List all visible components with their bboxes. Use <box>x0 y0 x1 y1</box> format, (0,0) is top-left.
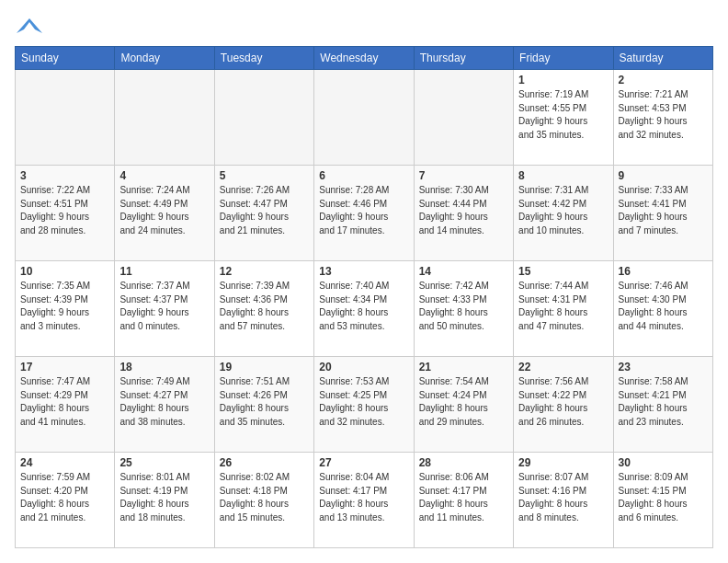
calendar-week-row: 24Sunrise: 7:59 AM Sunset: 4:20 PM Dayli… <box>16 453 713 548</box>
calendar-cell: 17Sunrise: 7:47 AM Sunset: 4:29 PM Dayli… <box>16 357 115 453</box>
calendar-cell: 23Sunrise: 7:58 AM Sunset: 4:21 PM Dayli… <box>613 357 712 453</box>
calendar-week-row: 17Sunrise: 7:47 AM Sunset: 4:29 PM Dayli… <box>16 357 713 453</box>
day-info: Sunrise: 7:53 AM Sunset: 4:25 PM Dayligh… <box>319 375 408 429</box>
calendar-cell: 13Sunrise: 7:40 AM Sunset: 4:34 PM Dayli… <box>314 261 414 357</box>
calendar-cell <box>16 70 115 166</box>
day-number: 29 <box>518 456 608 469</box>
day-number: 9 <box>619 169 708 182</box>
day-info: Sunrise: 8:07 AM Sunset: 4:16 PM Dayligh… <box>518 471 608 524</box>
day-number: 13 <box>319 265 408 278</box>
day-number: 11 <box>119 265 209 278</box>
calendar-cell: 24Sunrise: 7:59 AM Sunset: 4:20 PM Dayli… <box>16 453 115 548</box>
calendar-cell: 8Sunrise: 7:31 AM Sunset: 4:42 PM Daylig… <box>514 166 613 261</box>
calendar-cell: 14Sunrise: 7:42 AM Sunset: 4:33 PM Dayli… <box>414 261 513 357</box>
column-header-thursday: Thursday <box>414 47 513 70</box>
header <box>15 15 713 37</box>
calendar-header-row: SundayMondayTuesdayWednesdayThursdayFrid… <box>16 47 713 70</box>
calendar-cell: 26Sunrise: 8:02 AM Sunset: 4:18 PM Dayli… <box>214 453 313 548</box>
day-number: 30 <box>619 456 708 469</box>
calendar-cell: 2Sunrise: 7:21 AM Sunset: 4:53 PM Daylig… <box>613 70 712 166</box>
day-number: 22 <box>518 361 608 373</box>
day-info: Sunrise: 7:51 AM Sunset: 4:26 PM Dayligh… <box>220 375 309 429</box>
calendar-cell: 16Sunrise: 7:46 AM Sunset: 4:30 PM Dayli… <box>613 261 712 357</box>
calendar-cell: 18Sunrise: 7:49 AM Sunset: 4:27 PM Dayli… <box>115 357 214 453</box>
calendar-cell <box>214 70 313 166</box>
day-number: 7 <box>419 169 508 182</box>
day-number: 8 <box>518 169 608 182</box>
day-info: Sunrise: 7:26 AM Sunset: 4:47 PM Dayligh… <box>220 184 309 237</box>
day-info: Sunrise: 7:46 AM Sunset: 4:30 PM Dayligh… <box>619 280 708 333</box>
calendar-cell <box>314 70 414 166</box>
calendar-cell: 25Sunrise: 8:01 AM Sunset: 4:19 PM Dayli… <box>115 453 214 548</box>
calendar-cell: 19Sunrise: 7:51 AM Sunset: 4:26 PM Dayli… <box>214 357 313 453</box>
day-info: Sunrise: 7:44 AM Sunset: 4:31 PM Dayligh… <box>518 280 608 333</box>
calendar-table: SundayMondayTuesdayWednesdayThursdayFrid… <box>15 46 713 548</box>
day-number: 19 <box>220 361 309 373</box>
calendar-cell: 1Sunrise: 7:19 AM Sunset: 4:55 PM Daylig… <box>514 70 613 166</box>
day-number: 23 <box>619 361 708 373</box>
day-number: 6 <box>319 169 408 182</box>
calendar-cell: 9Sunrise: 7:33 AM Sunset: 4:41 PM Daylig… <box>613 166 712 261</box>
day-number: 27 <box>319 456 408 469</box>
day-info: Sunrise: 7:40 AM Sunset: 4:34 PM Dayligh… <box>319 280 408 333</box>
calendar-cell <box>414 70 513 166</box>
calendar-cell: 4Sunrise: 7:24 AM Sunset: 4:49 PM Daylig… <box>115 166 214 261</box>
day-info: Sunrise: 8:09 AM Sunset: 4:15 PM Dayligh… <box>619 471 708 524</box>
day-number: 3 <box>20 169 109 182</box>
day-number: 20 <box>319 361 408 373</box>
calendar-cell: 28Sunrise: 8:06 AM Sunset: 4:17 PM Dayli… <box>414 453 513 548</box>
day-info: Sunrise: 7:47 AM Sunset: 4:29 PM Dayligh… <box>20 375 109 429</box>
day-number: 26 <box>220 456 309 469</box>
day-number: 5 <box>220 169 309 182</box>
column-header-friday: Friday <box>514 47 613 70</box>
day-info: Sunrise: 7:58 AM Sunset: 4:21 PM Dayligh… <box>619 375 708 429</box>
day-info: Sunrise: 7:24 AM Sunset: 4:49 PM Dayligh… <box>119 184 209 237</box>
day-number: 12 <box>220 265 309 278</box>
day-number: 21 <box>419 361 508 373</box>
day-info: Sunrise: 7:31 AM Sunset: 4:42 PM Dayligh… <box>518 184 608 237</box>
svg-marker-0 <box>17 18 42 33</box>
column-header-sunday: Sunday <box>16 47 115 70</box>
day-number: 16 <box>619 265 708 278</box>
day-info: Sunrise: 7:28 AM Sunset: 4:46 PM Dayligh… <box>319 184 408 237</box>
day-info: Sunrise: 7:37 AM Sunset: 4:37 PM Dayligh… <box>119 280 209 333</box>
calendar-cell: 3Sunrise: 7:22 AM Sunset: 4:51 PM Daylig… <box>16 166 115 261</box>
day-number: 18 <box>119 361 209 373</box>
column-header-monday: Monday <box>115 47 214 70</box>
calendar-cell: 29Sunrise: 8:07 AM Sunset: 4:16 PM Dayli… <box>514 453 613 548</box>
logo-bird-icon <box>17 15 42 37</box>
day-number: 2 <box>619 74 708 86</box>
calendar-cell: 6Sunrise: 7:28 AM Sunset: 4:46 PM Daylig… <box>314 166 414 261</box>
day-number: 17 <box>20 361 109 373</box>
day-number: 28 <box>419 456 508 469</box>
day-info: Sunrise: 7:21 AM Sunset: 4:53 PM Dayligh… <box>619 88 708 142</box>
logo <box>15 15 42 37</box>
day-info: Sunrise: 7:33 AM Sunset: 4:41 PM Dayligh… <box>619 184 708 237</box>
day-number: 15 <box>518 265 608 278</box>
day-info: Sunrise: 7:56 AM Sunset: 4:22 PM Dayligh… <box>518 375 608 429</box>
calendar-cell: 27Sunrise: 8:04 AM Sunset: 4:17 PM Dayli… <box>314 453 414 548</box>
day-number: 14 <box>419 265 508 278</box>
calendar-cell: 20Sunrise: 7:53 AM Sunset: 4:25 PM Dayli… <box>314 357 414 453</box>
day-number: 1 <box>518 74 608 86</box>
day-info: Sunrise: 8:02 AM Sunset: 4:18 PM Dayligh… <box>220 471 309 524</box>
calendar-cell: 11Sunrise: 7:37 AM Sunset: 4:37 PM Dayli… <box>115 261 214 357</box>
calendar-cell: 12Sunrise: 7:39 AM Sunset: 4:36 PM Dayli… <box>214 261 313 357</box>
calendar-cell: 22Sunrise: 7:56 AM Sunset: 4:22 PM Dayli… <box>514 357 613 453</box>
calendar-week-row: 1Sunrise: 7:19 AM Sunset: 4:55 PM Daylig… <box>16 70 713 166</box>
day-info: Sunrise: 8:04 AM Sunset: 4:17 PM Dayligh… <box>319 471 408 524</box>
calendar-cell: 5Sunrise: 7:26 AM Sunset: 4:47 PM Daylig… <box>214 166 313 261</box>
day-info: Sunrise: 7:22 AM Sunset: 4:51 PM Dayligh… <box>20 184 109 237</box>
day-number: 24 <box>20 456 109 469</box>
day-info: Sunrise: 8:06 AM Sunset: 4:17 PM Dayligh… <box>419 471 508 524</box>
column-header-wednesday: Wednesday <box>314 47 414 70</box>
calendar-cell <box>115 70 214 166</box>
day-info: Sunrise: 8:01 AM Sunset: 4:19 PM Dayligh… <box>119 471 209 524</box>
day-number: 10 <box>20 265 109 278</box>
day-info: Sunrise: 7:30 AM Sunset: 4:44 PM Dayligh… <box>419 184 508 237</box>
day-number: 4 <box>119 169 209 182</box>
day-info: Sunrise: 7:39 AM Sunset: 4:36 PM Dayligh… <box>220 280 309 333</box>
calendar-cell: 21Sunrise: 7:54 AM Sunset: 4:24 PM Dayli… <box>414 357 513 453</box>
day-info: Sunrise: 7:42 AM Sunset: 4:33 PM Dayligh… <box>419 280 508 333</box>
page: SundayMondayTuesdayWednesdayThursdayFrid… <box>0 0 728 563</box>
